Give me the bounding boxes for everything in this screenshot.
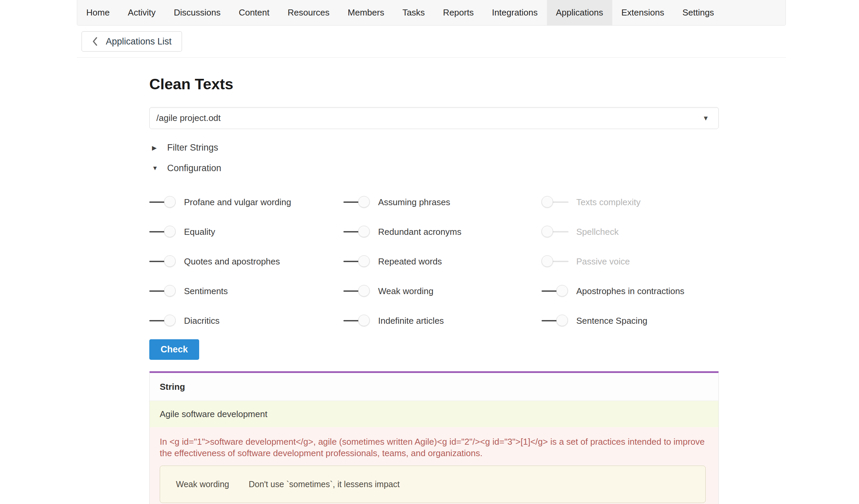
toggle-apostrophes-in-contractions: Apostrophes in contractions [542, 284, 719, 298]
toggle-knob [358, 315, 370, 326]
toggle-sentiments: Sentiments [149, 284, 343, 298]
toggle-knob [542, 226, 553, 237]
toggle-track [343, 261, 360, 262]
toggle-quotes-and-apostrophes: Quotes and apostrophes [149, 255, 343, 268]
toggle-knob [542, 196, 553, 208]
toggle-knob [542, 255, 553, 267]
toggle-track [343, 290, 360, 292]
toggle-track [149, 201, 166, 203]
toggle-track [149, 261, 166, 262]
toggle-track [343, 231, 360, 232]
issue-message: Don't use `sometimes`, it lessens impact [249, 479, 400, 489]
toggle-equality: Equality [149, 225, 343, 239]
toggle-label: Diacritics [184, 316, 220, 326]
file-select[interactable]: /agile project.odt ▾ [149, 107, 719, 129]
toggle-repeated-words: Repeated words [343, 255, 542, 268]
results-panel: String Agile software development In <g … [149, 371, 719, 504]
toggle-switch[interactable] [149, 255, 176, 268]
toggle-switch[interactable] [343, 284, 370, 298]
toggle-track [343, 201, 360, 203]
toggle-track [552, 231, 569, 232]
main-content: Clean Texts /agile project.odt ▾ ▶ Filte… [149, 0, 719, 504]
issue-list: Weak wording Don't use `sometimes`, it l… [160, 465, 708, 503]
toggle-knob [164, 285, 176, 296]
page: Home Activity Discussions Content Resour… [0, 0, 859, 504]
flagged-text: In <g id="1">software development</g>, a… [160, 436, 707, 459]
toggle-knob [164, 226, 176, 237]
toggle-knob [164, 315, 176, 326]
toggle-track [542, 290, 558, 292]
toggle-spellcheck: Spellcheck [542, 225, 719, 239]
toggle-knob [556, 315, 568, 326]
toggle-label: Repeated words [378, 256, 442, 267]
toggle-switch[interactable] [149, 195, 176, 209]
toggle-knob [358, 255, 370, 267]
toggle-track [542, 320, 558, 321]
toggle-redundant-acronyms: Redundant acronyms [343, 225, 542, 239]
toggle-label: Indefinite articles [378, 316, 444, 326]
results-header-label: String [160, 382, 185, 392]
toggle-knob [358, 226, 370, 237]
toggle-switch[interactable] [343, 255, 370, 268]
toggle-track [149, 231, 166, 232]
result-string-row[interactable]: Agile software development [150, 401, 719, 427]
toggle-switch[interactable] [149, 284, 176, 298]
toggle-switch[interactable] [542, 225, 569, 239]
result-string-value: Agile software development [160, 409, 267, 419]
toggle-weak-wording: Weak wording [343, 284, 542, 298]
toggle-switch[interactable] [542, 284, 569, 298]
toggle-knob [358, 196, 370, 208]
section-filter-strings[interactable]: ▶ Filter Strings [152, 142, 218, 153]
toggle-profane-and-vulgar-wording: Profane and vulgar wording [149, 195, 343, 209]
toggle-track [552, 261, 569, 262]
toggle-switch[interactable] [542, 314, 569, 327]
toggle-switch[interactable] [542, 195, 569, 209]
toggle-label: Equality [184, 227, 215, 237]
triangle-down-icon: ▼ [152, 165, 159, 172]
toggle-label: Assuming phrases [378, 197, 450, 208]
toggle-knob [556, 285, 568, 296]
chevron-left-icon [92, 36, 98, 46]
toggle-label: Weak wording [378, 286, 433, 296]
toggle-diacritics: Diacritics [149, 314, 343, 327]
file-select-value: /agile project.odt [156, 113, 221, 123]
toggle-label: Profane and vulgar wording [184, 197, 291, 208]
toggle-switch[interactable] [149, 225, 176, 239]
toggle-label: Quotes and apostrophes [184, 256, 280, 267]
result-detail: In <g id="1">software development</g>, a… [150, 427, 719, 504]
toggle-track [343, 320, 360, 321]
nav-tab-label: Home [86, 7, 109, 18]
page-title: Clean Texts [149, 75, 233, 93]
toggle-knob [358, 285, 370, 296]
configuration-label: Configuration [167, 163, 222, 173]
toggle-track [149, 290, 166, 292]
configuration-toggles: Profane and vulgar wording Assuming phra… [149, 187, 719, 336]
toggle-switch[interactable] [343, 314, 370, 327]
toggle-indefinite-articles: Indefinite articles [343, 314, 542, 327]
filter-strings-label: Filter Strings [167, 142, 218, 153]
toggle-assuming-phrases: Assuming phrases [343, 195, 542, 209]
toggle-sentence-spacing: Sentence Spacing [542, 314, 719, 327]
results-column-header: String [150, 373, 719, 401]
toggle-label: Redundant acronyms [378, 227, 461, 237]
toggle-label: Apostrophes in contractions [576, 286, 684, 296]
toggle-switch[interactable] [343, 225, 370, 239]
toggle-label: Sentiments [184, 286, 228, 296]
section-configuration[interactable]: ▼ Configuration [152, 163, 222, 173]
toggle-texts-complexity: Texts complexity [542, 195, 719, 209]
toggle-label: Passive voice [576, 256, 630, 267]
toggle-switch[interactable] [542, 255, 569, 268]
issue-type-label: Weak wording [176, 479, 229, 489]
toggle-label: Texts complexity [576, 197, 641, 208]
toggle-track [149, 320, 166, 321]
issue-box: Weak wording Don't use `sometimes`, it l… [160, 465, 706, 503]
check-button[interactable]: Check [149, 339, 199, 360]
toggle-knob [164, 255, 176, 267]
triangle-right-icon: ▶ [152, 144, 159, 152]
nav-tab-home[interactable]: Home [77, 0, 119, 25]
caret-down-icon: ▾ [704, 113, 708, 122]
toggle-switch[interactable] [149, 314, 176, 327]
toggle-switch[interactable] [343, 195, 370, 209]
toggle-passive-voice: Passive voice [542, 255, 719, 268]
toggle-track [552, 201, 569, 203]
